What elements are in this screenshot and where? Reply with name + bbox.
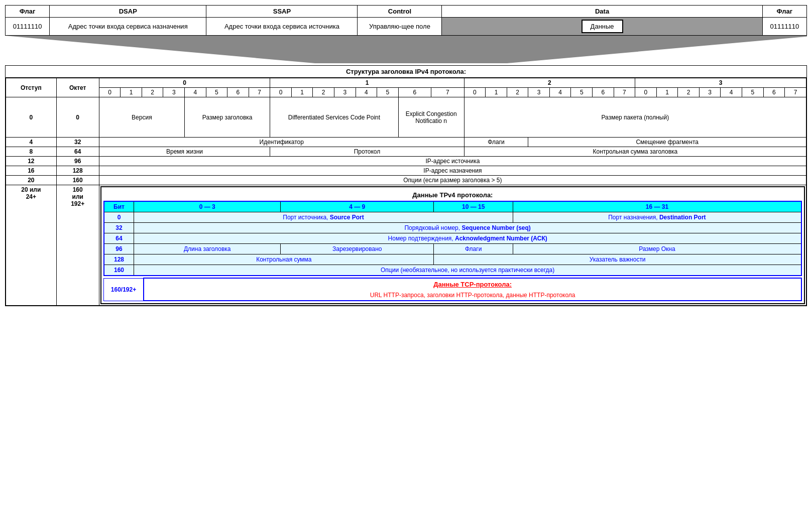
row12-octet: 96 (56, 157, 99, 166)
llc-dsap-value: Адрес точки входа сервиса назначения (50, 18, 206, 36)
row0-offset: 0 (6, 97, 57, 138)
bit-6: 6 (227, 88, 249, 97)
tcp-row160-bit: 160 (104, 265, 134, 276)
tcp-row64-ack: Номер подтверждения, Acknowledgment Numb… (134, 233, 801, 244)
bit-17: 1 (486, 88, 507, 97)
llc-header-flag1: Флаг (6, 6, 50, 18)
tcp-col-16-31: 16 — 31 (513, 201, 801, 212)
tcp-outer-container: Данные ТРv4 протокола: Бит 0 — 3 4 — 9 1… (100, 186, 805, 304)
row0-ecn: Explicit Congestion Notificatio n (398, 97, 464, 138)
row8-octet: 64 (56, 147, 99, 157)
tcp-row96-hlen: Длина заголовка (134, 244, 281, 254)
bit-26: 2 (678, 88, 700, 97)
llc-header-ssap: SSAP (206, 6, 358, 18)
bit-18: 2 (507, 88, 528, 97)
row8-checksum: Контрольная сумма заголовка (464, 147, 806, 157)
tcp-inner-table: Бит 0 — 3 4 — 9 10 — 15 16 — 31 (103, 201, 802, 276)
llc-header-dsap: DSAP (50, 6, 206, 18)
header-col1: 1 (270, 78, 464, 88)
header-col2: 2 (464, 78, 635, 88)
bit-28: 4 (721, 88, 742, 97)
tcp-row128-bit: 128 (104, 254, 134, 265)
tcp-col-bit: Бит (104, 201, 134, 212)
tcp-row64-bit: 64 (104, 233, 134, 244)
row4-flags: Флаги (464, 138, 528, 147)
tcp-row0-bit: 0 (104, 212, 134, 223)
bit-4: 4 (185, 88, 206, 97)
llc-control-value: Управляю-щее поле (358, 18, 442, 36)
bit-30: 6 (763, 88, 785, 97)
http-bit-label: 160/192+ (103, 278, 144, 301)
tcp-col-0-3: 0 — 3 (134, 201, 281, 212)
bit-19: 3 (528, 88, 550, 97)
row16-offset: 16 (6, 166, 57, 176)
bit-21: 5 (571, 88, 593, 97)
llc-header-flag2: Флаг (762, 6, 806, 18)
header-col0: 0 (99, 78, 270, 88)
svg-marker-0 (5, 36, 807, 63)
bit-0: 0 (99, 88, 121, 97)
tcp-row128-checksum: Контрольная сумма (134, 254, 434, 265)
bit-7: 7 (249, 88, 270, 97)
row8-offset: 8 (6, 147, 57, 157)
llc-flag2-value: 01111110 (762, 18, 806, 36)
header-col3: 3 (635, 78, 806, 88)
funnel-svg (5, 36, 807, 63)
bit-31: 7 (785, 88, 806, 97)
llc-header-control: Control (358, 6, 442, 18)
tcp-row0-src-port: Порт источника, Source Port (134, 212, 513, 223)
bit-3: 3 (163, 88, 185, 97)
rowtcp-octet: 160 или 192+ (56, 185, 99, 306)
rowtcp-offset: 20 или 24+ (6, 185, 57, 306)
row0-version: Версия (99, 97, 184, 138)
http-data-table: 160/192+ Данные ТСР-протокола: URL HTTP-… (103, 278, 802, 301)
llc-frame-table: Флаг DSAP SSAP Control Data Флаг 0111111… (5, 5, 807, 36)
tcp-data-title: Данные ТРv4 протокола: (103, 189, 802, 201)
row12-offset: 12 (6, 157, 57, 166)
tcp-row96-flags: Флаги (434, 244, 513, 254)
tcp-col-10-15: 10 — 15 (434, 201, 513, 212)
row20-offset: 20 (6, 176, 57, 185)
bit-16: 0 (464, 88, 486, 97)
llc-header-data: Data (442, 6, 762, 18)
row8-ttl: Время жизни (99, 147, 270, 157)
funnel-shape-container (5, 36, 807, 63)
row0-octet: 0 (56, 97, 99, 138)
rowtcp-content: Данные ТРv4 протокола: Бит 0 — 3 4 — 9 1… (99, 185, 806, 306)
tcp-row0-dst-port: Порт назначения, Destination Port (513, 212, 801, 223)
tcp-row96-window: Размер Окна (513, 244, 801, 254)
row0-total-length: Размер пакета (полный) (464, 97, 806, 138)
tcp-row128-urgent: Указатель важности (434, 254, 801, 265)
ipv4-table: Отступ Октет 0 1 2 3 0 1 2 3 4 5 6 7 0 1… (6, 78, 806, 306)
row12-src-ip: IP-адрес источника (99, 157, 806, 166)
header-offset-label: Отступ (6, 78, 57, 97)
tcp-row32-seq: Порядковый номер, Sequence Number (seq) (134, 223, 801, 233)
bit-15: 7 (431, 88, 465, 97)
bit-12: 4 (356, 88, 377, 97)
llc-ssap-value: Адрес точки входа сервиса источника (206, 18, 358, 36)
ipv4-title: Структура заголовка IPv4 протокола: (6, 66, 806, 78)
row0-dscp: Differentiated Services Code Point (270, 97, 398, 138)
bit-22: 6 (593, 88, 614, 97)
bit-1: 1 (121, 88, 142, 97)
row4-id: Идентификатор (99, 138, 464, 147)
bit-29: 5 (742, 88, 763, 97)
bit-11: 3 (334, 88, 356, 97)
tcp-row160-options: Опции (необязательное, но используется п… (134, 265, 801, 276)
tcp-row32-bit: 32 (104, 223, 134, 233)
row20-octet: 160 (56, 176, 99, 185)
llc-data-inner: Данные (582, 20, 623, 33)
header-octet-label: Октет (56, 78, 99, 97)
row4-fragment-offset: Смещение фрагмента (528, 138, 806, 147)
bit-2: 2 (142, 88, 163, 97)
row8-protocol: Протокол (270, 147, 464, 157)
bit-25: 1 (656, 88, 678, 97)
ipv4-structure-container: Структура заголовка IPv4 протокола: Отст… (5, 65, 807, 306)
tcp-row96-reserved: Зарезервировано (281, 244, 434, 254)
bit-24: 0 (635, 88, 657, 97)
bit-13: 5 (377, 88, 399, 97)
http-title: Данные ТСР-протокола: (144, 279, 801, 290)
row20-options: Опции (если размер заголовка > 5) (99, 176, 806, 185)
http-content: URL HTTP-запроса, заголовки HTTP-протоко… (144, 290, 801, 300)
bit-8: 0 (270, 88, 292, 97)
